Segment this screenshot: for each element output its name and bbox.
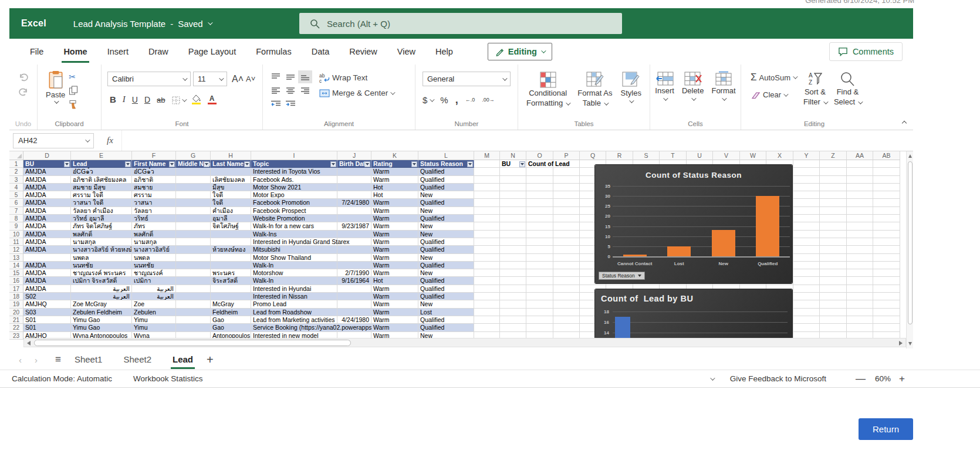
cell[interactable]: AMJDA [23, 285, 71, 293]
cell[interactable] [553, 285, 580, 293]
cell[interactable] [176, 184, 211, 191]
cell[interactable] [526, 191, 553, 199]
cell[interactable] [176, 238, 211, 246]
cell[interactable] [474, 199, 500, 206]
cell[interactable] [873, 277, 900, 285]
cell[interactable] [553, 246, 580, 253]
cell[interactable]: Warm [371, 300, 418, 308]
cell[interactable] [500, 324, 526, 331]
bar-qualified[interactable] [756, 196, 779, 256]
cell[interactable] [793, 168, 820, 175]
column-header-X[interactable]: X [766, 151, 793, 160]
cell[interactable] [337, 285, 371, 293]
cell[interactable] [474, 324, 500, 331]
cell[interactable]: วาสนา ใจดี [71, 199, 132, 206]
cell[interactable] [337, 207, 371, 215]
filter-icon[interactable] [64, 161, 70, 167]
cell[interactable] [337, 246, 371, 253]
cell[interactable] [526, 222, 553, 230]
cell[interactable] [847, 254, 873, 262]
cell[interactable] [820, 277, 847, 285]
cell[interactable] [474, 168, 500, 175]
cell[interactable]: เลิศชัยมงคล [211, 176, 251, 184]
cell[interactable]: Interested in Nissan [251, 293, 337, 300]
grow-font-icon[interactable]: A˄ [232, 74, 244, 84]
cell[interactable]: العربية [71, 285, 132, 293]
cell[interactable] [526, 293, 553, 300]
scroll-left-icon[interactable] [27, 341, 31, 346]
cell[interactable]: Lead from Marketing activities [251, 316, 337, 324]
cell[interactable] [847, 309, 873, 316]
cell[interactable] [873, 238, 900, 246]
cell[interactable]: New [418, 269, 474, 277]
row-header-6[interactable]: 6 [9, 199, 23, 206]
cell[interactable] [793, 231, 820, 238]
cell[interactable] [873, 324, 900, 331]
cell[interactable]: Qualified [418, 238, 474, 246]
cell[interactable] [474, 277, 500, 285]
align-top-button[interactable] [269, 70, 283, 83]
cell[interactable]: New [418, 231, 474, 238]
column-header-W[interactable]: W [740, 151, 766, 160]
cell[interactable]: AMJDA [23, 238, 71, 246]
row-header-23[interactable]: 23 [9, 332, 23, 340]
cell[interactable] [176, 309, 211, 316]
cell[interactable] [500, 269, 526, 277]
cell[interactable] [793, 238, 820, 246]
cell[interactable]: S01 [23, 316, 71, 324]
row-header-9[interactable]: 9 [9, 222, 23, 230]
cell[interactable] [793, 246, 820, 253]
cell[interactable]: AMJDA [23, 222, 71, 230]
cell[interactable]: 9/23/1987 [337, 222, 371, 230]
cell[interactable] [847, 207, 873, 215]
cell[interactable]: AMJDA [23, 176, 71, 184]
cell[interactable]: Qualified [418, 277, 474, 285]
cell[interactable]: العربية [132, 285, 176, 293]
cell[interactable] [873, 269, 900, 277]
cell[interactable]: Yimu Gao [71, 316, 132, 324]
scroll-down-icon[interactable] [908, 342, 912, 346]
status-bar-chevron-icon[interactable] [710, 375, 715, 380]
row-header-19[interactable]: 19 [9, 300, 23, 308]
cell[interactable] [211, 231, 251, 238]
cell[interactable] [820, 207, 847, 215]
cell[interactable]: นามสกุล [132, 238, 176, 246]
cell[interactable] [23, 254, 71, 262]
cell[interactable]: อุมาลี [211, 215, 251, 222]
cell[interactable]: AMJDA [23, 231, 71, 238]
row-header-11[interactable]: 11 [9, 238, 23, 246]
cell[interactable]: Hot [371, 191, 418, 199]
cell[interactable] [553, 309, 580, 316]
cell[interactable]: Warm [371, 262, 418, 269]
cell[interactable]: คำเมือง [211, 207, 251, 215]
number-format-select[interactable]: General [423, 72, 511, 86]
cell[interactable] [211, 262, 251, 269]
cell[interactable]: นพดล [71, 254, 132, 262]
scroll-right-icon[interactable] [899, 341, 903, 346]
align-center-button[interactable] [283, 84, 298, 97]
fill-color-button[interactable] [192, 94, 201, 104]
cell[interactable]: Walk-In [251, 262, 337, 269]
cell[interactable] [793, 222, 820, 230]
cell[interactable] [553, 300, 580, 308]
cell[interactable] [553, 207, 580, 215]
cell[interactable]: Warm [371, 176, 418, 184]
cell[interactable]: Warm [371, 168, 418, 175]
cell[interactable] [474, 231, 500, 238]
cell[interactable] [176, 293, 211, 300]
cell[interactable]: AMJDA [23, 184, 71, 191]
cell[interactable] [873, 176, 900, 184]
tab-insert[interactable]: Insert [97, 39, 138, 65]
column-header-AB[interactable]: AB [873, 151, 900, 160]
cell[interactable] [820, 176, 847, 184]
cell[interactable] [820, 222, 847, 230]
currency-format-button[interactable]: $ [423, 95, 433, 105]
cell[interactable]: Warm [371, 231, 418, 238]
merge-center-button[interactable]: Merge & Center [319, 89, 394, 97]
search-input[interactable]: Search (Alt + Q) [299, 13, 622, 34]
cell[interactable]: Qualified [418, 262, 474, 269]
column-header-L[interactable]: L [418, 151, 474, 160]
cell[interactable] [176, 300, 211, 308]
cell[interactable]: Yimu [132, 324, 176, 331]
cell[interactable] [176, 191, 211, 199]
